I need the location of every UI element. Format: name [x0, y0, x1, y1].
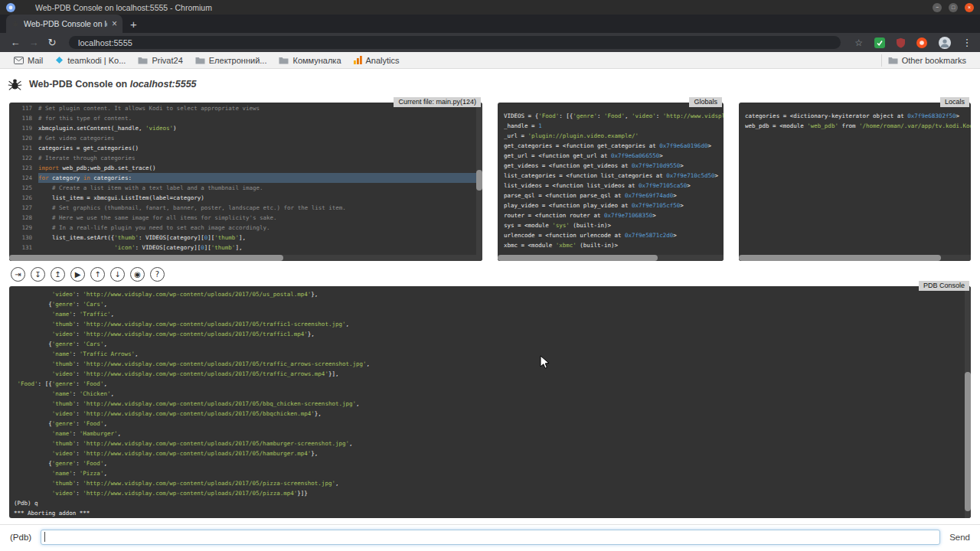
- console-line: 'name': 'Traffic Arrows',: [14, 349, 971, 359]
- console-line: *** Aborting addon ***: [14, 508, 971, 518]
- mail-icon: [14, 57, 24, 64]
- stack-down-button[interactable]: ↓: [110, 267, 125, 282]
- line-number: 123: [17, 163, 32, 173]
- variable-line: list_categories = <function list_categor…: [504, 171, 724, 181]
- maximize-button[interactable]: □: [949, 3, 958, 12]
- console-line: 'thumb': 'http://www.vidsplay.com/wp-con…: [14, 399, 971, 409]
- line-number: 126: [17, 193, 32, 203]
- line-number: 121: [17, 143, 32, 153]
- code-line: 125 # Create a list item with a text lab…: [17, 183, 482, 193]
- text-caret: [44, 532, 45, 542]
- code-line: 131 'icon': VIDEOS[category][0]['thumb']…: [17, 243, 482, 253]
- kodi-icon: [55, 56, 64, 64]
- stack-down-icon: ↓: [114, 270, 120, 279]
- bookmark-item[interactable]: Коммуналка: [273, 54, 347, 67]
- variable-line: sys = <module 'sys' (built-in)>: [504, 220, 724, 230]
- console-vertical-scrollbar[interactable]: [965, 286, 971, 518]
- extension-icon-adblock[interactable]: [916, 37, 927, 48]
- help-button[interactable]: ?: [150, 267, 165, 282]
- code-line: 124for category in categories:: [17, 173, 482, 183]
- line-number: 118: [17, 113, 32, 123]
- code-line: 129 # In a real-life plugin you need to …: [17, 223, 482, 233]
- new-tab-button[interactable]: +: [130, 16, 137, 33]
- window-titlebar: Web-PDB Console on localhost:5555 - Chro…: [0, 0, 980, 15]
- variable-line: web_pdb = <module 'web_pdb' from '/home/…: [745, 121, 971, 131]
- code-line: 119xbmcplugin.setContent(_handle, 'video…: [17, 123, 482, 133]
- step-out-icon: ↥: [54, 270, 60, 279]
- browser-tab[interactable]: Web-PDB Console on loca ×: [6, 15, 122, 33]
- back-button[interactable]: ←: [8, 37, 23, 48]
- code-line: 123import web_pdb;web_pdb.set_trace(): [17, 163, 482, 173]
- folder-icon: [888, 57, 898, 64]
- current-file-tag: Current file: main.py(124): [394, 97, 481, 107]
- bookmarks-bar: Mailteamkodi | Ko...Privat24Електронний.…: [0, 52, 980, 69]
- bookmark-item[interactable]: Mail: [8, 54, 49, 67]
- console-line: 'video': 'http://www.vidsplay.com/wp-con…: [14, 488, 971, 498]
- debugger-panels: Current file: main.py(124) 117# Set plug…: [9, 103, 971, 261]
- console-line: 'name': 'Hamburger',: [14, 429, 971, 439]
- globals-tag: Globals: [689, 97, 722, 107]
- other-bookmarks-button[interactable]: Other bookmarks: [881, 54, 972, 67]
- folder-icon: [279, 57, 289, 64]
- close-button[interactable]: ×: [965, 3, 974, 12]
- folder-icon: [138, 57, 148, 64]
- line-number: 124: [17, 173, 32, 183]
- reload-button[interactable]: ↻: [44, 37, 60, 48]
- console-line: 'thumb': 'http://www.vidsplay.com/wp-con…: [14, 359, 971, 369]
- chromium-icon: [6, 3, 15, 12]
- console-line: {'genre': 'Cars',: [14, 339, 971, 349]
- browser-menu-button[interactable]: ⋮: [962, 37, 972, 48]
- tab-close-icon[interactable]: ×: [112, 19, 117, 28]
- bookmark-star-icon[interactable]: ☆: [854, 37, 863, 48]
- send-button[interactable]: Send: [949, 533, 970, 542]
- variable-line: urlencode = <function urlencode at 0x7f9…: [504, 230, 724, 240]
- help-icon: ?: [155, 270, 159, 279]
- folder-icon: [195, 57, 205, 64]
- browser-window: Web-PDB Console on localhost:5555 - Chro…: [0, 0, 980, 551]
- console-line: 'name': 'Chicken',: [14, 389, 971, 399]
- console-line: 'thumb': 'http://www.vidsplay.com/wp-con…: [14, 319, 971, 329]
- extension-icon-green[interactable]: [874, 37, 885, 48]
- code-vertical-scrollbar[interactable]: [476, 103, 482, 255]
- console-line: {'genre': 'Food',: [14, 458, 971, 468]
- console-line: 'video': 'http://www.vidsplay.com/wp-con…: [14, 369, 971, 379]
- minimize-button[interactable]: −: [933, 3, 942, 12]
- other-bookmarks-label: Other bookmarks: [902, 56, 966, 65]
- where-button[interactable]: ◉: [130, 267, 145, 282]
- line-number: 122: [17, 153, 32, 163]
- step-into-button[interactable]: ↧: [31, 267, 45, 282]
- code-lines: 117# Set plugin content. It allows Kodi …: [9, 103, 482, 261]
- profile-avatar[interactable]: [939, 37, 951, 49]
- address-bar[interactable]: localhost:5555: [69, 36, 841, 49]
- pdb-command-input[interactable]: [41, 530, 940, 545]
- globals-horizontal-scrollbar[interactable]: [498, 255, 724, 261]
- locals-horizontal-scrollbar[interactable]: [739, 255, 971, 261]
- locals-tag: Locals: [940, 97, 969, 107]
- source-panel: Current file: main.py(124) 117# Set plug…: [9, 103, 482, 261]
- code-horizontal-scrollbar[interactable]: [9, 255, 482, 261]
- console-line: 'video': 'http://www.vidsplay.com/wp-con…: [14, 448, 971, 458]
- tab-favicon-bug-icon: [11, 20, 19, 28]
- pdb-console-tag: PDB Console: [919, 281, 969, 291]
- step-out-button[interactable]: ↥: [51, 267, 65, 282]
- bookmark-item[interactable]: Analytics: [348, 54, 406, 67]
- pdb-prompt-label: (Pdb): [10, 533, 31, 542]
- step-into-icon: ↧: [34, 270, 41, 279]
- code-line: 127 # Set graphics (thumbnail, fanart, b…: [17, 203, 482, 213]
- extension-icon-shield[interactable]: [896, 37, 906, 48]
- locals-panel: Locals categories = <dictionary-keyitera…: [739, 103, 971, 261]
- continue-button[interactable]: ▶: [70, 267, 85, 282]
- bookmark-item[interactable]: Privat24: [132, 54, 188, 67]
- forward-button[interactable]: →: [26, 37, 41, 48]
- stack-up-button[interactable]: ↑: [90, 267, 105, 282]
- line-number: 131: [17, 243, 32, 253]
- code-line: 120# Get video categories: [17, 133, 482, 143]
- variable-line: get_videos = <function get_videos at 0x7…: [504, 161, 724, 171]
- variable-line: get_categories = <function get_categorie…: [504, 141, 724, 151]
- step-next-button[interactable]: ⇥: [11, 267, 25, 282]
- code-line: 128 # Here we use the same image for all…: [17, 213, 482, 223]
- bookmark-item[interactable]: Електронний...: [189, 54, 273, 67]
- variable-line: router = <function router at 0x7f9e71068…: [504, 210, 724, 220]
- debug-toolbar: ⇥↧↥▶↑↓◉?: [11, 266, 980, 282]
- bookmark-item[interactable]: teamkodi | Ko...: [49, 54, 132, 67]
